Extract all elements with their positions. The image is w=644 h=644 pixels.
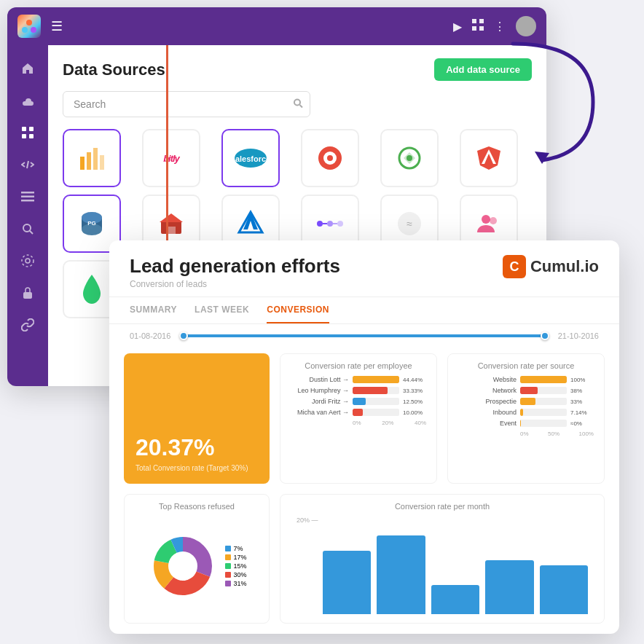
svg-rect-12: [21, 192, 34, 194]
bar-label-leo: Leo Humphrey →: [291, 387, 349, 394]
sidebar-item-grid[interactable]: [13, 118, 42, 147]
y-axis-label: 20% —: [297, 517, 318, 524]
svg-rect-6: [479, 26, 484, 31]
sidebar-item-list[interactable]: [13, 182, 42, 211]
bar-label-micha: Micha van Aert →: [291, 409, 349, 416]
bar-label-jordi: Jordi Fritz →: [291, 398, 349, 405]
avatar[interactable]: [516, 16, 536, 36]
tab-conversion[interactable]: CONVERSION: [267, 297, 329, 323]
svg-marker-41: [160, 213, 183, 222]
bar-label-dustin: Dustin Lott →: [291, 376, 349, 383]
ds-card-powerbi[interactable]: [63, 129, 121, 187]
svg-point-30: [327, 155, 333, 161]
more-icon[interactable]: ⋮: [494, 20, 506, 34]
dashboard-subtitle: Conversion of leads: [130, 279, 340, 289]
bar-value-leo: 33.33%: [403, 388, 426, 394]
bar-row-leo: Leo Humphrey → 33.33%: [291, 387, 426, 394]
svg-point-0: [26, 20, 32, 25]
month-bar-5: [540, 565, 589, 614]
dashboard-card: Lead generation efforts Conversion of le…: [109, 240, 619, 634]
sidebar-item-cloud[interactable]: [13, 86, 42, 115]
bar-track-prospectie: [520, 398, 567, 405]
svg-point-15: [23, 224, 31, 232]
bar-fill-dustin: [353, 376, 399, 383]
sidebar-item-lock[interactable]: [13, 278, 42, 307]
bar-track-leo: [353, 387, 399, 394]
svg-text:PG: PG: [87, 220, 96, 227]
svg-point-53: [490, 217, 497, 224]
chart-top-reasons: Top Reasons refused 7% 17% 15%: [124, 494, 270, 624]
bar-track-event: [520, 420, 567, 427]
bar-track-dustin: [353, 376, 399, 383]
tab-last-week[interactable]: LAST WEEK: [195, 297, 249, 323]
bar-label-event: Event: [458, 420, 517, 427]
dashboard-title-block: Lead generation efforts Conversion of le…: [130, 255, 340, 289]
ds-card-bitly[interactable]: bitly: [142, 129, 200, 187]
svg-rect-19: [23, 292, 32, 299]
stat-box: 20.37% Total Conversion rate (Target 30%…: [124, 353, 270, 484]
bar-fill-event: [520, 420, 521, 427]
svg-point-45: [317, 221, 323, 227]
svg-rect-9: [22, 134, 26, 138]
bar-fill-inbound: [520, 409, 523, 416]
sidebar-item-home[interactable]: [13, 54, 42, 83]
bar-fill-network: [520, 387, 538, 394]
dashboard-tabs: SUMMARY LAST WEEK CONVERSION: [109, 297, 619, 324]
sidebar: [7, 45, 48, 386]
y-axis: 20% —: [297, 517, 318, 615]
topbar: ☰ ▶ ⋮: [7, 7, 546, 45]
donut-container: 7% 17% 15% 30% 31%: [135, 517, 259, 616]
chart-reasons-title: Top Reasons refused: [135, 502, 259, 511]
svg-point-47: [337, 221, 343, 227]
sidebar-item-settings[interactable]: [13, 246, 42, 275]
search-input[interactable]: [63, 91, 310, 117]
svg-point-46: [327, 221, 333, 227]
bar-value-micha: 10.00%: [403, 409, 426, 416]
bar-row-micha: Micha van Aert → 10.00%: [291, 409, 426, 416]
bar-label-network: Network: [458, 387, 517, 394]
svg-rect-13: [21, 196, 34, 198]
sidebar-item-search[interactable]: [13, 214, 42, 243]
svg-line-16: [30, 231, 33, 234]
donut-legend: 7% 17% 15% 30% 31%: [225, 545, 246, 587]
chart-conversion-source: Conversion rate per source Website 100% …: [447, 353, 605, 484]
chart-employee-title: Conversion rate per employee: [291, 361, 426, 370]
svg-rect-10: [29, 134, 34, 138]
svg-rect-8: [29, 127, 34, 131]
slider-thumb-right[interactable]: [541, 331, 549, 340]
chart-month-title: Conversion rate per month: [291, 502, 594, 511]
cumul-logo-text: Cumul.io: [530, 257, 599, 276]
ds-card-toggl[interactable]: [301, 129, 359, 187]
ds-card-salesforce[interactable]: salesforce: [221, 129, 280, 187]
svg-rect-23: [87, 152, 91, 170]
play-icon[interactable]: ▶: [453, 20, 462, 34]
ds-card-kendo[interactable]: [380, 129, 439, 187]
month-bar-4: [485, 560, 534, 614]
svg-text:salesforce: salesforce: [233, 154, 268, 163]
bar-fill-website: [520, 376, 567, 383]
bar-track-network: [520, 387, 567, 394]
bar-label-website: Website: [458, 376, 517, 383]
data-sources-title: Data Sources: [63, 60, 165, 79]
app-logo: [17, 15, 41, 38]
date-slider-track[interactable]: [179, 334, 549, 337]
svg-rect-5: [472, 26, 476, 31]
x-axis-source: 0% 50% 100%: [458, 431, 594, 437]
grid-view-icon[interactable]: [472, 19, 484, 34]
bar-fill-leo: [353, 387, 388, 394]
sidebar-item-link[interactable]: [13, 310, 42, 339]
slider-fill: [179, 334, 549, 337]
slider-thumb-left[interactable]: [179, 331, 188, 340]
search-icon: [293, 98, 303, 111]
sidebar-item-code[interactable]: [13, 150, 42, 179]
bar-value-inbound: 7.14%: [570, 409, 594, 416]
hamburger-icon[interactable]: ☰: [51, 18, 63, 34]
data-sources-header: Data Sources Add data source: [63, 58, 532, 81]
svg-line-11: [27, 161, 28, 168]
month-bars-container: 20% —: [291, 517, 594, 615]
svg-rect-4: [479, 19, 484, 23]
search-box: [63, 91, 310, 117]
tab-summary[interactable]: SUMMARY: [130, 297, 177, 323]
dashboard-title: Lead generation efforts: [130, 255, 340, 278]
donut-chart: [146, 530, 219, 602]
